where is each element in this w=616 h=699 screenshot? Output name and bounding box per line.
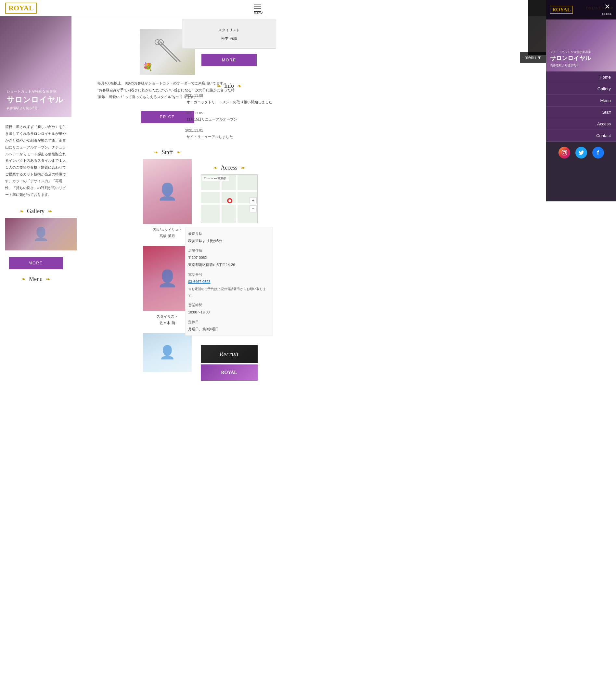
- instagram-icon[interactable]: [559, 147, 570, 159]
- menu-toggle-text: menu ▼: [524, 55, 541, 60]
- address-zip: 〒107-0062: [188, 254, 270, 261]
- map-address-label: 〒107-0062 東京都...: [202, 176, 230, 181]
- svg-point-16: [563, 151, 566, 154]
- overlay-header: ROYAL ✕ CLOSE: [546, 0, 616, 19]
- overlay-nav-item-contact: Contact: [546, 130, 616, 142]
- info-text-2: 11月15日リニューアルオープン: [185, 116, 273, 123]
- info-ornament-left: ❧: [217, 83, 221, 89]
- info-text-3: サイトリニューアルしました: [185, 134, 273, 140]
- facebook-icon[interactable]: f: [592, 147, 604, 159]
- svg-text:−: −: [251, 206, 254, 211]
- hero-title: サロンロイヤル: [6, 95, 65, 105]
- overlay-hero-subtitle: ショートカットが得意な美容室: [550, 50, 612, 54]
- overlay-nav-item-home: Home: [546, 71, 616, 83]
- overlay-nav-link-home[interactable]: Home: [546, 71, 616, 83]
- recruit-logo-banner: ROYAL: [201, 365, 258, 381]
- left-content: 流行に流されずず『新しい自分』を引き出してくれるサロンロイヤルが華やかさと穏やか…: [0, 117, 71, 292]
- menu-label: MENU: [254, 11, 261, 12]
- info-text-1: オーガニックトリートメントの取り扱い開始しました: [185, 99, 273, 106]
- svg-text:+: +: [251, 198, 254, 203]
- overlay-nav-link-access[interactable]: Access: [546, 118, 616, 130]
- overlay-nav-item-access: Access: [546, 118, 616, 130]
- info-date-3: 2021.11.01: [185, 127, 273, 134]
- site-header: ROYAL MENU: [0, 0, 266, 16]
- overlay-nav-link-staff[interactable]: Staff: [546, 107, 616, 118]
- overlay-nav-link-gallery[interactable]: Gallery: [546, 83, 616, 94]
- svg-point-17: [565, 151, 566, 152]
- overlay-logo: ROYAL: [550, 6, 573, 14]
- overlay-nav-link-menu[interactable]: Menu: [546, 95, 616, 106]
- address: 東京都港区南青山3丁目14-26: [188, 261, 270, 268]
- overlay-menu: ROYAL ✕ CLOSE ショートカットが得意な美容室 サロンロイヤル 表参道…: [546, 0, 616, 201]
- hamburger-line3: [254, 9, 261, 9]
- hamburger-line1: [254, 4, 261, 5]
- stylist-top-role: スタイリスト: [189, 26, 269, 34]
- map-svg: + −: [201, 175, 258, 223]
- overlay-hero: ショートカットが得意な美容室 サロンロイヤル 表参道駅より徒歩5分: [546, 19, 616, 71]
- hours-label: 営業時間: [188, 301, 270, 308]
- nearest-station: 表参道駅より徒歩5分: [188, 237, 270, 244]
- right-section: スタイリスト 松本 詩織 MORE ❧ Info ❧ 2021.11.08 オー…: [182, 0, 276, 381]
- overlay-nav-link-contact[interactable]: Contact: [546, 130, 616, 141]
- menu-button[interactable]: MENU: [254, 4, 261, 12]
- left-panel: ROYAL MENU ショートカットが得意な美容室 サロンロイヤル 表参道駅より…: [0, 0, 71, 699]
- ornament-left-icon: ❧: [19, 209, 24, 214]
- info-date-2: 2021.11.05: [185, 110, 273, 117]
- hero-section: ショートカットが得意な美容室 サロンロイヤル 表参道駅より徒歩5分: [0, 16, 71, 117]
- staff-title: Staff: [162, 149, 173, 156]
- phone-link[interactable]: 03-6467-0523: [188, 280, 211, 283]
- menu-ornament-right: ❧: [46, 276, 50, 282]
- logo-area[interactable]: ROYAL: [5, 3, 37, 14]
- gallery-title-ornament: ❧ Gallery ❧: [5, 208, 66, 215]
- staff-ornament-left: ❧: [154, 150, 158, 155]
- closed-label: 定休日: [188, 318, 270, 326]
- gallery-title: Gallery: [27, 208, 44, 214]
- overlay-social: f: [546, 142, 616, 164]
- map-container[interactable]: + − 〒107-0062 東京都...: [201, 174, 258, 223]
- address-label: 店舗住所: [188, 247, 270, 254]
- access-details: 最寄り駅 表参道駅より徒歩5分 店舗住所 〒107-0062 東京都港区南青山3…: [185, 227, 273, 335]
- nearest-station-label: 最寄り駅: [188, 230, 270, 237]
- closed: 月曜日、第3水曜日: [188, 326, 270, 333]
- info-section: ❧ Info ❧ 2021.11.08 オーガニックトリートメントの取り扱い開始…: [182, 73, 276, 148]
- recruit-section: Recruit ROYAL: [182, 345, 276, 381]
- info-ornament-right: ❧: [237, 83, 241, 89]
- info-item-2: 2021.11.05 11月15日リニューアルオープン: [185, 110, 273, 123]
- access-ornament-left: ❧: [213, 165, 217, 171]
- scissors-svg: [151, 39, 184, 65]
- site-logo[interactable]: ROYAL: [5, 3, 37, 14]
- close-x-icon: ✕: [602, 3, 612, 10]
- ornament-right-icon: ❧: [48, 209, 52, 214]
- overlay-nav-item-menu: Menu: [546, 95, 616, 107]
- hamburger-line2: [254, 6, 261, 7]
- twitter-icon[interactable]: [575, 147, 587, 159]
- menu-toggle-area[interactable]: menu ▼: [520, 52, 546, 63]
- phone-note: ※お電話のご予約は上記の電話番号からお願い取します。: [188, 286, 270, 299]
- gallery-more-button[interactable]: MORE: [9, 257, 63, 269]
- menu-ornament-left: ❧: [22, 276, 26, 282]
- close-label: CLOSE: [602, 12, 612, 16]
- svg-line-0: [158, 42, 177, 62]
- overlay-hero-access: 表参道駅より徒歩5分: [550, 63, 612, 68]
- access-section: ❧ Access ❧ +: [182, 155, 276, 339]
- more-button-right[interactable]: MORE: [201, 54, 257, 66]
- hero-access: 表参道駅より徒歩5分: [6, 106, 65, 110]
- recruit-text: Recruit: [220, 351, 239, 358]
- hours: 10:00〜19:00: [188, 308, 270, 316]
- info-item-3: 2021.11.01 サイトリニューアルしました: [185, 127, 273, 140]
- stylist-top-name: 松本 詩織: [189, 35, 269, 42]
- left-description: 流行に流されずず『新しい自分』を引き出してくれるサロンロイヤルが華やかさと穏やか…: [5, 123, 66, 198]
- svg-rect-15: [562, 150, 567, 155]
- gallery-image: 👤: [5, 218, 77, 250]
- gallery-section: ❧ Gallery ❧ 👤 MORE: [5, 208, 66, 269]
- info-item-1: 2021.11.08 オーガニックトリートメントの取り扱い開始しました: [185, 93, 273, 106]
- menu-title: Menu: [29, 276, 42, 282]
- stylist-top-card: スタイリスト 松本 詩織: [182, 19, 276, 49]
- svg-point-10: [228, 199, 231, 202]
- info-title-ornament: ❧ Info ❧: [185, 82, 273, 89]
- overlay-hero-title: サロンロイヤル: [550, 54, 612, 62]
- close-button[interactable]: ✕ CLOSE: [602, 3, 612, 16]
- recruit-banner[interactable]: Recruit: [201, 345, 258, 363]
- overlay-nav-item-staff: Staff: [546, 107, 616, 118]
- access-ornament-right: ❧: [241, 165, 245, 171]
